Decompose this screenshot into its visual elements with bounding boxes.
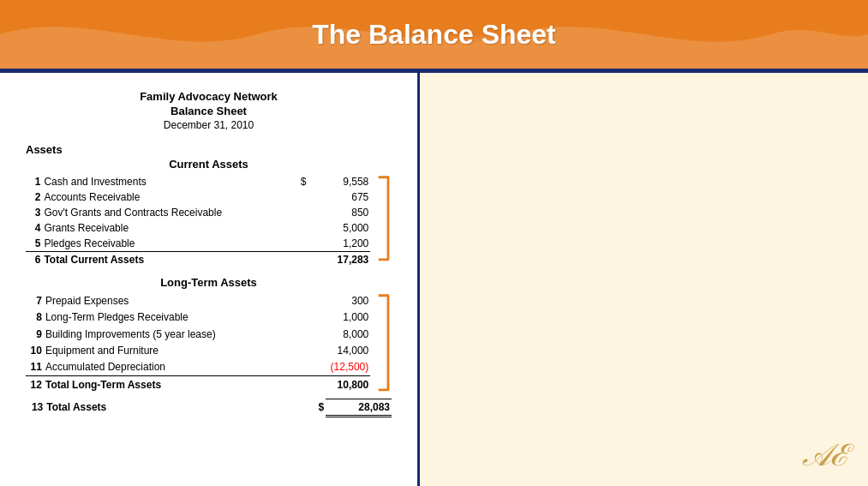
long-term-assets-bracket <box>374 292 392 393</box>
table-row: 7 Prepaid Expenses 300 <box>26 292 370 309</box>
balance-sheet-panel: Family Advocacy Network Balance Sheet De… <box>0 73 420 486</box>
line-amount: 675 <box>308 189 371 205</box>
line-amount: 28,083 <box>326 399 392 416</box>
line-number: 2 <box>26 189 42 205</box>
line-number: 13 <box>26 399 45 416</box>
line-dollar <box>292 376 308 393</box>
long-term-assets-section: 7 Prepaid Expenses 300 8 Long-Term Pledg… <box>26 292 392 393</box>
total-assets-table: 13 Total Assets $ 28,083 <box>26 399 392 417</box>
table-row: 4 Grants Receivable 5,000 <box>26 220 370 236</box>
line-number: 1 <box>26 174 42 189</box>
line-number: 9 <box>26 326 44 342</box>
line-dollar <box>292 309 308 325</box>
line-amount: 5,000 <box>308 220 371 236</box>
table-row: 8 Long-Term Pledges Receivable 1,000 <box>26 309 370 325</box>
line-dollar: $ <box>308 399 326 416</box>
watermark-logo: 𝒜ℰ <box>803 437 851 473</box>
line-label: Total Assets <box>45 399 308 416</box>
right-panel: 𝒜ℰ <box>420 73 868 486</box>
line-label: Building Improvements (5 year lease) <box>44 326 292 342</box>
line-label: Pledges Receivable <box>42 236 291 252</box>
line-label: Equipment and Furniture <box>44 342 292 358</box>
line-dollar <box>291 205 308 220</box>
line-label: Total Long-Term Assets <box>44 376 292 393</box>
line-amount: 9,558 <box>308 174 371 189</box>
org-name: Family Advocacy Network <box>26 90 392 103</box>
line-label: Accounts Receivable <box>42 189 291 205</box>
long-term-assets-header: Long-Term Assets <box>26 276 392 289</box>
line-number: 3 <box>26 205 42 220</box>
line-number: 7 <box>26 292 44 309</box>
line-dollar <box>291 252 308 268</box>
line-dollar: $ <box>291 174 308 189</box>
line-number: 6 <box>26 252 42 268</box>
table-row-total: 6 Total Current Assets 17,283 <box>26 252 370 268</box>
table-row: 9 Building Improvements (5 year lease) 8… <box>26 326 370 342</box>
current-assets-table: 1 Cash and Investments $ 9,558 2 Account… <box>26 174 370 267</box>
line-amount: 1,200 <box>308 236 371 252</box>
line-label: Total Current Assets <box>42 252 291 268</box>
section-gap <box>26 267 392 276</box>
long-term-assets-table: 7 Prepaid Expenses 300 8 Long-Term Pledg… <box>26 292 370 393</box>
current-assets-bracket <box>374 174 392 263</box>
line-amount: 17,283 <box>308 252 371 268</box>
table-row: 3 Gov't Grants and Contracts Receivable … <box>26 205 370 220</box>
line-amount-negative: (12,500) <box>308 359 370 376</box>
table-row: 2 Accounts Receivable 675 <box>26 189 370 205</box>
content-area: Family Advocacy Network Balance Sheet De… <box>0 73 868 486</box>
line-amount: 300 <box>308 292 370 309</box>
line-label: Accumulated Depreciation <box>44 359 292 376</box>
page-title: The Balance Sheet <box>312 19 556 51</box>
line-amount: 1,000 <box>308 309 370 325</box>
line-dollar <box>292 359 308 376</box>
table-row: 5 Pledges Receivable 1,200 <box>26 236 370 252</box>
line-number: 5 <box>26 236 42 252</box>
line-amount: 10,800 <box>308 376 370 393</box>
line-dollar <box>291 220 308 236</box>
line-amount: 14,000 <box>308 342 370 358</box>
line-dollar <box>292 326 308 342</box>
assets-section-header: Assets <box>26 143 392 156</box>
line-dollar <box>292 292 308 309</box>
line-number: 11 <box>26 359 44 376</box>
line-dollar <box>291 189 308 205</box>
line-amount: 850 <box>308 205 371 220</box>
line-label: Grants Receivable <box>42 220 291 236</box>
table-row: 10 Equipment and Furniture 14,000 <box>26 342 370 358</box>
line-amount: 8,000 <box>308 326 370 342</box>
table-row: 11 Accumulated Depreciation (12,500) <box>26 359 370 376</box>
line-label: Prepaid Expenses <box>44 292 292 309</box>
sheet-date: December 31, 2010 <box>26 119 392 131</box>
current-assets-header: Current Assets <box>26 158 392 171</box>
table-row-grand-total: 13 Total Assets $ 28,083 <box>26 399 392 416</box>
sheet-title: Balance Sheet <box>26 105 392 117</box>
line-number: 4 <box>26 220 42 236</box>
line-dollar <box>292 342 308 358</box>
line-label: Long-Term Pledges Receivable <box>44 309 292 325</box>
line-number: 10 <box>26 342 44 358</box>
line-label: Gov't Grants and Contracts Receivable <box>42 205 291 220</box>
table-row-total: 12 Total Long-Term Assets 10,800 <box>26 376 370 393</box>
line-number: 12 <box>26 376 44 393</box>
line-number: 8 <box>26 309 44 325</box>
line-dollar <box>291 236 308 252</box>
page-header: The Balance Sheet <box>0 0 868 69</box>
line-label: Cash and Investments <box>42 174 291 189</box>
table-row: 1 Cash and Investments $ 9,558 <box>26 174 370 189</box>
current-assets-section: 1 Cash and Investments $ 9,558 2 Account… <box>26 174 392 267</box>
